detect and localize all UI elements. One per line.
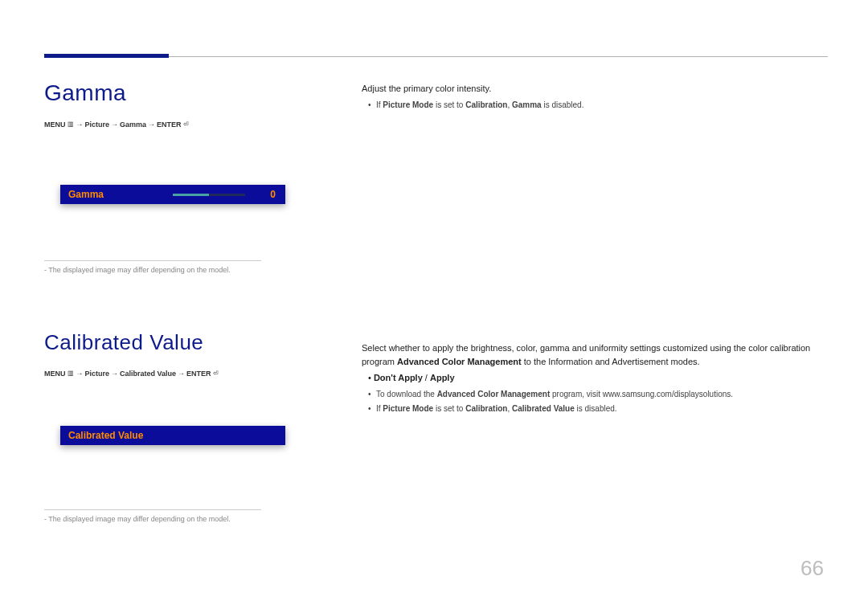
text-bold: Calibration xyxy=(465,404,507,413)
text-bold: Advanced Color Management xyxy=(397,357,522,366)
text-bold: Picture Mode xyxy=(383,404,433,413)
section2-description: Select whether to apply the brightness, … xyxy=(362,341,828,417)
left-column: Gamma MENU ▥ → Picture → Gamma → ENTER ⏎… xyxy=(44,80,285,523)
text-bold: Advanced Color Management xyxy=(437,390,551,398)
note-item: To download the Advanced Color Managemen… xyxy=(368,388,828,400)
text-bold: Gamma xyxy=(512,100,542,109)
menu-icon: ▥ xyxy=(68,121,74,128)
arrow-icon: → xyxy=(76,370,84,378)
text: is set to xyxy=(433,404,465,413)
nav-enter-label: ENTER xyxy=(186,370,211,378)
bullet-dot: • xyxy=(368,373,374,382)
nav-enter-label: ENTER xyxy=(157,121,182,129)
text: to the Information and Advertisement mod… xyxy=(522,357,700,366)
enter-icon: ⏎ xyxy=(213,370,219,377)
arrow-icon: → xyxy=(148,121,155,129)
section1-title: Gamma xyxy=(44,80,285,106)
top-divider-accent xyxy=(44,54,169,58)
nav-picture: Picture xyxy=(85,121,110,129)
text: is set to xyxy=(433,100,465,109)
text: program, visit www.samsung.com/displayso… xyxy=(550,390,733,398)
calibrated-value-bar: Calibrated Value xyxy=(60,426,285,445)
section2-caption: - The displayed image may differ dependi… xyxy=(44,515,285,523)
nav-menu-label: MENU xyxy=(44,370,66,378)
menu-icon: ▥ xyxy=(68,370,74,377)
section1-breadcrumb: MENU ▥ → Picture → Gamma → ENTER ⏎ xyxy=(44,121,285,129)
nav-gamma: Gamma xyxy=(120,121,146,129)
nav-calibrated: Calibrated Value xyxy=(120,370,176,378)
nav-picture: Picture xyxy=(85,370,110,378)
gamma-slider-value: 0 xyxy=(270,189,276,200)
text-bold: Picture Mode xyxy=(383,100,433,109)
section1-caption: - The displayed image may differ dependi… xyxy=(44,266,285,274)
text: is disabled. xyxy=(542,100,584,109)
note-item: If Picture Mode is set to Calibration, G… xyxy=(368,99,828,111)
desc-text: Select whether to apply the brightness, … xyxy=(362,341,828,368)
options-line: • Don't Apply / Apply xyxy=(368,371,828,385)
section2-title: Calibrated Value xyxy=(44,330,285,355)
arrow-icon: → xyxy=(111,370,118,378)
slider-fill xyxy=(173,194,209,196)
nav-menu-label: MENU xyxy=(44,121,66,129)
arrow-icon: → xyxy=(178,370,185,378)
text: To download the xyxy=(376,390,437,398)
page-root: Gamma MENU ▥ → Picture → Gamma → ENTER ⏎… xyxy=(0,0,868,613)
gamma-slider-label: Gamma xyxy=(68,189,104,200)
text-bold: Calibration xyxy=(465,100,507,109)
section1-notes: If Picture Mode is set to Calibration, G… xyxy=(368,99,828,111)
gamma-slider-bar: Gamma 0 xyxy=(60,185,285,204)
option-dontapply: Don't Apply xyxy=(374,373,423,382)
arrow-icon: → xyxy=(111,121,118,129)
text: is disabled. xyxy=(575,404,617,413)
note-item: If Picture Mode is set to Calibration, C… xyxy=(368,403,828,415)
option-apply: Apply xyxy=(430,373,455,382)
page-number: 66 xyxy=(800,556,824,581)
section1-description: Adjust the primary color intensity. If P… xyxy=(362,82,828,113)
calibrated-value-label: Calibrated Value xyxy=(68,430,143,441)
caption-divider xyxy=(44,509,261,510)
desc-text: Adjust the primary color intensity. xyxy=(362,82,828,96)
text-bold: Calibrated Value xyxy=(512,404,575,413)
section2-notes: To download the Advanced Color Managemen… xyxy=(368,388,828,415)
section2-breadcrumb: MENU ▥ → Picture → Calibrated Value → EN… xyxy=(44,370,285,378)
text: / xyxy=(423,373,430,382)
enter-icon: ⏎ xyxy=(183,121,190,128)
arrow-icon: → xyxy=(76,121,84,129)
caption-divider xyxy=(44,260,261,261)
